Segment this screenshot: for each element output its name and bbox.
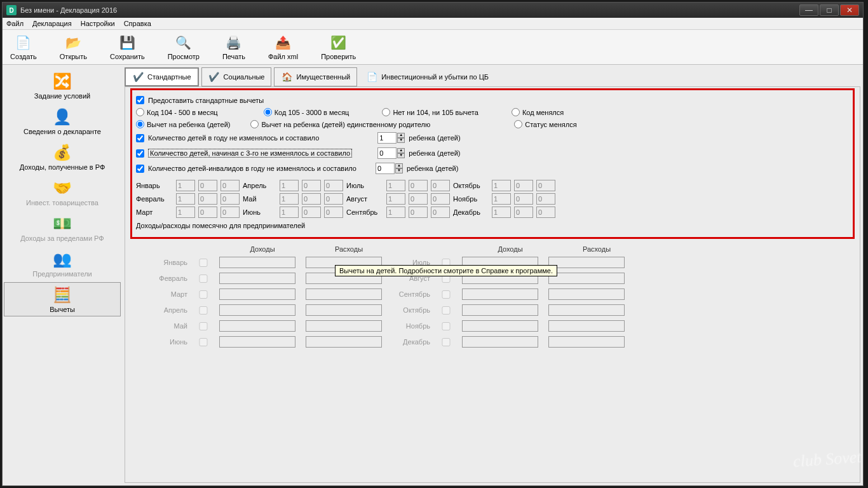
month-input[interactable]: [431, 180, 450, 191]
biz-expense: [548, 336, 625, 348]
tab-property[interactable]: 🏠Имущественный: [274, 67, 357, 86]
tab-invest-cb[interactable]: 📄Инвестиционный и убытки по ЦБ: [360, 67, 495, 86]
menu-settings[interactable]: Настройки: [81, 20, 115, 27]
month-input[interactable]: [176, 193, 195, 205]
month-label: Сентябрь: [346, 208, 384, 216]
month-input[interactable]: [492, 180, 511, 191]
month-input[interactable]: [324, 193, 343, 205]
month-input[interactable]: [324, 180, 343, 191]
close-button[interactable]: ✕: [840, 4, 859, 16]
sidebar-item-income-abroad[interactable]: 💵Доходы за пределами РФ: [4, 211, 121, 245]
month-input[interactable]: [220, 207, 240, 218]
kids-from3-checkbox[interactable]: [136, 149, 144, 158]
kids-disabled-input[interactable]: [376, 163, 395, 174]
kids-count-checkbox[interactable]: [136, 134, 144, 142]
month-input[interactable]: [492, 193, 511, 205]
biz-checkbox: [440, 306, 452, 315]
xml-button[interactable]: 📤Файл xml: [266, 32, 301, 62]
tabs: ✔️Стандартные ✔️Социальные 🏠Имущественны…: [122, 65, 863, 86]
tab-social[interactable]: ✔️Социальные: [201, 67, 272, 86]
month-input[interactable]: [409, 207, 428, 218]
app-icon: D: [6, 5, 17, 15]
month-input[interactable]: [514, 207, 533, 218]
coins-icon: 💰: [51, 143, 74, 162]
month-input[interactable]: [514, 180, 533, 191]
month-input[interactable]: [220, 180, 240, 191]
kids-from3-input[interactable]: [377, 147, 397, 159]
month-input[interactable]: [409, 180, 428, 191]
month-input[interactable]: [302, 207, 321, 218]
save-label: Сохранить: [110, 53, 145, 60]
menu-declaration[interactable]: Декларация: [32, 20, 72, 27]
month-input[interactable]: [514, 193, 533, 205]
create-button[interactable]: 📄Создать: [8, 32, 39, 62]
maximize-button[interactable]: □: [820, 4, 839, 16]
biz-section-title: Доходы/расходы помесячно для предпринима…: [136, 222, 849, 229]
sidebar-item-invest[interactable]: 🤝Инвест. товарищества: [4, 175, 121, 210]
radio-child[interactable]: [136, 120, 144, 128]
month-input[interactable]: [536, 207, 555, 218]
biz-month: Май: [149, 322, 187, 330]
month-input[interactable]: [386, 207, 405, 218]
month-input[interactable]: [302, 180, 321, 191]
sidebar-item-deductions[interactable]: 🧮Вычеты: [4, 282, 121, 316]
check-button[interactable]: ✅Проверить: [318, 32, 358, 62]
provide-deductions-checkbox[interactable]: [136, 96, 144, 104]
month-input[interactable]: [280, 180, 299, 191]
month-label: Июль: [346, 182, 384, 189]
print-button[interactable]: 🖨️Печать: [220, 32, 248, 62]
menu-help[interactable]: Справка: [124, 20, 151, 27]
month-input[interactable]: [386, 180, 405, 191]
radio-code105[interactable]: [264, 108, 272, 116]
month-input[interactable]: [324, 207, 343, 218]
month-input[interactable]: [220, 193, 240, 205]
income-header: Доходы: [472, 245, 548, 253]
menu-file[interactable]: Файл: [6, 20, 24, 27]
spinner[interactable]: ▲▼: [397, 148, 405, 158]
save-button[interactable]: 💾Сохранить: [107, 32, 147, 62]
month-input[interactable]: [198, 207, 217, 218]
radio-none[interactable]: [382, 108, 390, 116]
kids-count-input[interactable]: [377, 132, 397, 144]
radio-status-changed[interactable]: [514, 120, 522, 128]
month-input[interactable]: [409, 193, 428, 205]
month-input[interactable]: [176, 207, 195, 218]
month-label: Май: [243, 195, 278, 203]
spinner[interactable]: ▲▼: [397, 133, 405, 143]
spinner[interactable]: ▲▼: [395, 163, 403, 173]
radio-label: Вычет на ребенка (детей) единственному р…: [261, 121, 430, 128]
sidebar-label: Сведения о декларанте: [24, 128, 101, 135]
biz-income: [219, 304, 295, 316]
sidebar-item-declarant[interactable]: 👤Сведения о декларанте: [4, 104, 121, 139]
radio-code-changed[interactable]: [512, 108, 520, 116]
open-label: Открыть: [60, 53, 87, 60]
sidebar-item-conditions[interactable]: 🔀Задание условий: [4, 69, 121, 103]
sidebar-item-entrepreneurs[interactable]: 👥Предприниматели: [4, 247, 121, 281]
calculator-icon: 🧮: [51, 285, 74, 304]
month-input[interactable]: [536, 193, 555, 205]
month-input[interactable]: [176, 180, 195, 191]
sidebar-item-income-rf[interactable]: 💰Доходы, полученные в РФ: [4, 140, 121, 174]
preview-button[interactable]: 🔍Просмотр: [165, 32, 202, 62]
month-input[interactable]: [431, 193, 450, 205]
radio-code104[interactable]: [136, 108, 144, 116]
month-input[interactable]: [280, 207, 299, 218]
month-input[interactable]: [492, 207, 511, 218]
tab-standard[interactable]: ✔️Стандартные: [125, 67, 199, 86]
month-input[interactable]: [536, 180, 555, 191]
kids-disabled-checkbox[interactable]: [136, 165, 144, 173]
month-input[interactable]: [198, 193, 217, 205]
preview-icon: 🔍: [175, 34, 193, 51]
month-input[interactable]: [302, 193, 321, 205]
check-icon: ✅: [330, 34, 348, 51]
month-input[interactable]: [198, 180, 217, 191]
month-input[interactable]: [386, 193, 405, 205]
month-input[interactable]: [431, 207, 450, 218]
open-button[interactable]: 📂Открыть: [57, 32, 90, 62]
minimize-button[interactable]: —: [799, 4, 818, 16]
radio-label: Нет ни 104, ни 105 вычета: [393, 109, 478, 116]
kids-disabled-label: Количество детей-инвалидов в году не изм…: [148, 165, 356, 172]
month-label: Август: [346, 195, 384, 203]
radio-child-single[interactable]: [250, 120, 259, 128]
month-input[interactable]: [280, 193, 299, 205]
